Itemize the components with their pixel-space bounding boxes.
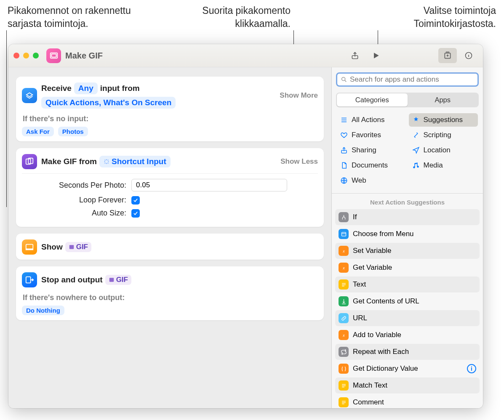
category-scripting[interactable]: Scripting <box>409 128 478 142</box>
suggestion-get-url-contents[interactable]: Get Contents of URL <box>335 293 480 309</box>
search-icon <box>341 76 347 83</box>
action-library-sidebar: Categories Apps All Actions Suggestions … <box>331 67 483 408</box>
svg-rect-9 <box>26 277 31 283</box>
suggestion-add-to-variable[interactable]: xAdd to Variable <box>335 327 480 343</box>
category-all-actions[interactable]: All Actions <box>337 113 406 127</box>
category-sharing[interactable]: Sharing <box>337 144 406 157</box>
loop-label: Loop Forever: <box>22 196 131 205</box>
seconds-input[interactable] <box>131 179 287 191</box>
token-askfor[interactable]: Ask For <box>22 127 54 136</box>
svg-text:x: x <box>342 266 345 270</box>
input-icon <box>22 88 37 103</box>
suggestion-text[interactable]: Text <box>335 276 480 292</box>
show-more-button[interactable]: Show More <box>280 91 318 100</box>
tab-categories[interactable]: Categories <box>337 93 408 106</box>
svg-rect-7 <box>26 245 33 249</box>
info-icon[interactable]: i <box>467 364 476 373</box>
svg-rect-10 <box>109 278 114 282</box>
tab-apps[interactable]: Apps <box>408 93 478 106</box>
no-input-label: If there's no input: <box>23 114 318 123</box>
category-suggestions[interactable]: Suggestions <box>409 113 478 127</box>
suggestion-repeat-each[interactable]: Repeat with Each <box>335 344 480 360</box>
window-controls <box>13 53 39 58</box>
autosize-checkbox[interactable] <box>131 209 140 218</box>
callout-left: Pikakomennot on rakennettu sarjasta toim… <box>8 4 155 30</box>
fullscreen-window-button[interactable] <box>33 53 39 58</box>
exit-icon <box>22 272 37 287</box>
action-stop-output[interactable]: Stop and output GIF If there's nowhere t… <box>16 266 324 320</box>
titlebar: Make GIF <box>8 44 483 67</box>
search-input[interactable] <box>350 75 474 84</box>
variable-gif[interactable]: GIF <box>105 275 131 285</box>
suggestions-list: If Choose from Menu xSet Variable xGet V… <box>332 209 483 408</box>
callout-run: Suorita pikakomento klikkaamalla. <box>177 4 291 30</box>
suggestion-url[interactable]: URL <box>335 310 480 326</box>
token-photos[interactable]: Photos <box>58 127 88 136</box>
token-any[interactable]: Any <box>74 82 98 94</box>
svg-rect-14 <box>341 232 346 236</box>
suggestion-set-variable[interactable]: xSet Variable <box>335 243 480 259</box>
show-icon <box>22 239 37 255</box>
callout-library: Valitse toimintoja Toimintokirjastosta. <box>344 4 496 30</box>
category-media[interactable]: Media <box>409 159 478 172</box>
gif-icon <box>22 154 37 169</box>
suggestion-get-variable[interactable]: xGet Variable <box>335 260 480 276</box>
svg-text:x: x <box>342 249 345 253</box>
segmented-control[interactable]: Categories Apps <box>336 93 479 107</box>
suggestion-match-text[interactable]: Match Text <box>335 377 480 393</box>
shortcuts-editor-window: Make GIF <box>8 44 483 408</box>
action-make-gif[interactable]: Make GIF from Shortcut Input Show Less S… <box>16 148 324 227</box>
svg-text:x: x <box>342 333 345 337</box>
token-source[interactable]: Quick Actions, What's On Screen <box>41 97 176 109</box>
action-receive-input[interactable]: Receive Any input from Quick Actions, Wh… <box>16 77 324 141</box>
workflow-canvas[interactable]: Receive Any input from Quick Actions, Wh… <box>8 67 331 408</box>
minimize-window-button[interactable] <box>23 53 29 58</box>
close-window-button[interactable] <box>13 53 19 58</box>
svg-rect-8 <box>69 245 74 249</box>
variable-gif[interactable]: GIF <box>65 242 91 252</box>
label: Receive <box>41 84 72 93</box>
suggestions-header: Next Action Suggestions <box>332 194 483 209</box>
action-show-result[interactable]: Show GIF <box>16 234 324 260</box>
run-button[interactable] <box>367 48 385 63</box>
suggestion-comment[interactable]: Comment <box>335 394 480 408</box>
category-favorites[interactable]: Favorites <box>337 128 406 142</box>
details-button[interactable] <box>459 48 478 63</box>
svg-point-11 <box>342 77 345 81</box>
shortcut-icon <box>46 48 61 63</box>
shortcut-title[interactable]: Make GIF <box>65 51 346 61</box>
label: Make GIF from <box>41 157 97 166</box>
search-field[interactable] <box>336 72 479 87</box>
loop-checkbox[interactable] <box>131 196 140 205</box>
share-button[interactable] <box>346 48 364 63</box>
show-less-button[interactable]: Show Less <box>280 157 318 166</box>
category-documents[interactable]: Documents <box>337 159 406 172</box>
magic-wand-icon <box>104 159 109 165</box>
label: Stop and output <box>41 275 103 284</box>
category-grid: All Actions Suggestions Favorites Script… <box>332 108 483 193</box>
image-icon <box>109 277 115 283</box>
seconds-label: Seconds Per Photo: <box>22 181 131 190</box>
image-icon <box>69 244 75 250</box>
token-shortcut-input[interactable]: Shortcut Input <box>99 156 171 167</box>
autosize-label: Auto Size: <box>22 209 131 218</box>
nowhere-label: If there's nowhere to output: <box>23 293 318 302</box>
suggestion-get-dictionary-value[interactable]: Get Dictionary Valuei <box>335 361 480 377</box>
label: Show <box>41 242 63 252</box>
suggestion-choose-menu[interactable]: Choose from Menu <box>335 226 480 242</box>
suggestion-if[interactable]: If <box>335 209 480 225</box>
svg-rect-1 <box>51 54 56 57</box>
category-web[interactable]: Web <box>337 174 406 187</box>
action-library-button[interactable] <box>438 48 457 63</box>
token-donothing[interactable]: Do Nothing <box>22 306 64 315</box>
category-location[interactable]: Location <box>409 144 478 157</box>
label: input from <box>100 84 140 93</box>
